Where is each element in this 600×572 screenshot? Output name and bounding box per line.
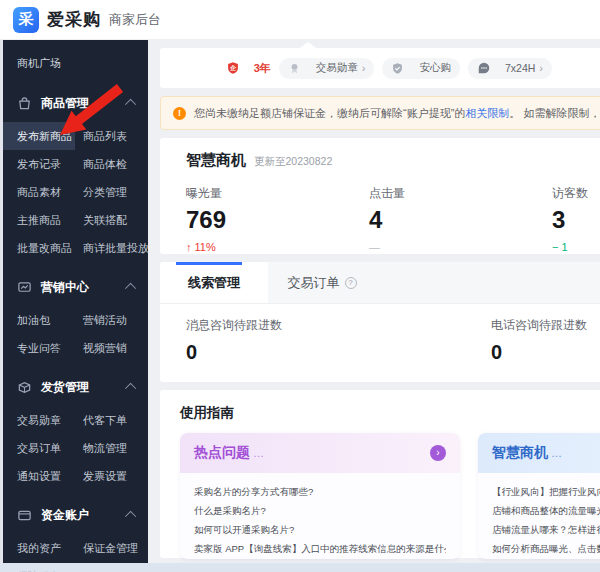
notice-link[interactable]: 相关限制 (465, 107, 509, 119)
guide-question-link[interactable]: 什么是采购名片? (194, 501, 446, 520)
app-logo-icon: 采 (13, 7, 39, 33)
sidebar-item[interactable]: 加油包 (17, 306, 83, 334)
leads-stats: 消息咨询待跟进数0电话咨询待跟进数0 (160, 304, 600, 375)
tab-leads-management[interactable]: 线索管理 (160, 262, 268, 303)
portal-name: 商家后台 (109, 11, 161, 29)
stat-value: 3 (552, 208, 600, 232)
sidebar-item[interactable]: 商品列表 (83, 122, 149, 150)
notice-text: 您尚未缴纳足额店铺保证金，缴纳后可解除“账户提现”的相关限制。 如需解除限制，请… (194, 106, 600, 121)
sidebar-group-label: 发货管理 (41, 379, 128, 396)
lead-stat-value: 0 (186, 342, 491, 362)
guide-question-link[interactable]: 店铺流量从哪来？怎样进行 (492, 520, 600, 539)
stat-label: 访客数 (552, 185, 600, 202)
stat-访客数: 访客数3− 1 (552, 185, 600, 253)
shop-age-badge[interactable]: 企3年 (226, 61, 271, 76)
stat-value: 769 (186, 208, 369, 232)
top-bar: 采 爱采购 商家后台 (0, 0, 600, 40)
sidebar-item[interactable]: 专业问答 (17, 334, 83, 362)
sidebar-group-items: 我的资产保证金管理保障服务 (3, 532, 148, 572)
medal-icon (288, 61, 303, 76)
main-content: 企3年交易勋章›安心购7x24H› ! 您尚未缴纳足额店铺保证金，缴纳后可解除“… (148, 40, 600, 563)
trade-medal-badge[interactable]: 交易勋章› (279, 58, 375, 79)
leads-card: 线索管理 交易订单 ? 消息咨询待跟进数0电话咨询待跟进数0 (160, 262, 600, 382)
usage-guide-title: 使用指南 (180, 404, 600, 422)
sidebar-item[interactable]: 分类管理 (83, 178, 149, 206)
sidebar-item[interactable]: 物流管理 (83, 434, 148, 462)
stat-delta: — (369, 241, 552, 253)
sidebar-item[interactable]: 保障服务 (17, 562, 83, 572)
sidebar-group-header-3[interactable]: 资金账户 (3, 498, 148, 532)
arrow-circle-icon[interactable]: › (430, 445, 446, 461)
bag-icon (17, 96, 32, 111)
sidebar-item[interactable]: 批量改商品 (17, 234, 83, 262)
sidebar-item[interactable]: 发票设置 (83, 462, 148, 490)
sidebar-item[interactable]: 交易订单 (17, 434, 83, 462)
guide-question-link[interactable]: 店铺和商品整体的流量曝光 (492, 501, 600, 520)
service-badge[interactable]: 7x24H› (468, 58, 552, 79)
badge-label: 3年 (254, 61, 271, 76)
sidebar-group-items: 加油包营销活动专业问答视频营销 (3, 304, 148, 364)
chevron-right-icon: › (539, 62, 543, 74)
sidebar-item[interactable]: 代客下单 (83, 406, 148, 434)
sidebar-group-header-1[interactable]: 营销中心 (3, 270, 148, 304)
badge-label: 7x24H (505, 62, 535, 74)
deposit-notice-bar: ! 您尚未缴纳足额店铺保证金，缴纳后可解除“账户提现”的相关限制。 如需解除限制… (160, 96, 600, 130)
smart-business-updated: 更新至20230822 (254, 155, 332, 169)
lead-stat-label: 电话咨询待跟进数 (491, 317, 600, 334)
sidebar-item[interactable]: 发布新商品 (3, 122, 75, 150)
guide-question-link[interactable]: 如何分析商品曝光、点击数 (492, 539, 600, 558)
stat-delta: ↑ 11% (186, 241, 369, 253)
sidebar-item[interactable]: 营销活动 (83, 306, 148, 334)
sidebar-item[interactable]: 通知设置 (17, 462, 83, 490)
brand-name: 爱采购 (47, 8, 101, 31)
sidebar-item[interactable]: 商品体检 (83, 150, 149, 178)
sidebar-item[interactable]: 我的资产 (17, 534, 83, 562)
guide-card-title: 热点问题 (194, 444, 250, 462)
tab-trade-orders[interactable]: 交易订单 ? (268, 262, 376, 303)
sidebar-group-items: 发布新商品商品列表发布记录商品体检商品素材分类管理主推商品关联搭配批量改商品商详… (3, 120, 148, 264)
tab-label: 交易订单 (288, 274, 340, 292)
sidebar-item[interactable]: 发布记录 (17, 150, 83, 178)
guide-card-header: 智慧商机… (478, 433, 600, 473)
sidebar-item[interactable]: 主推商品 (17, 206, 83, 234)
sidebar-groups: 商品管理发布新商品商品列表发布记录商品体检商品素材分类管理主推商品关联搭配批量改… (3, 86, 148, 572)
guide-question-link[interactable]: 【行业风向】把握行业风向 (492, 482, 600, 501)
guide-card-title: 智慧商机 (492, 444, 548, 462)
sidebar-item[interactable]: 保证金管理 (83, 534, 148, 562)
lead-stat: 消息咨询待跟进数0 (186, 317, 491, 362)
sidebar-item[interactable]: 视频营销 (83, 334, 148, 362)
sidebar-group-items: 交易勋章代客下单交易订单物流管理通知设置发票设置 (3, 404, 148, 492)
shield-red-icon: 企 (226, 61, 241, 76)
stat-label: 曝光量 (186, 185, 369, 202)
guide-question-link[interactable]: 如何可以开通采购名片? (194, 520, 446, 539)
svg-text:企: 企 (229, 64, 237, 71)
sidebar-item[interactable]: 商品素材 (17, 178, 83, 206)
badge-label: 安心购 (419, 61, 451, 75)
sidebar-item[interactable]: 商详批量投放 (83, 234, 149, 262)
sidebar-group-label: 资金账户 (41, 507, 128, 524)
guide-card-1: 智慧商机…【行业风向】把握行业风向店铺和商品整体的流量曝光店铺流量从哪来？怎样进… (478, 433, 600, 559)
sidebar-group-label: 营销中心 (41, 279, 128, 296)
tab-label: 线索管理 (188, 274, 240, 292)
sidebar-group-header-2[interactable]: 发货管理 (3, 370, 148, 404)
alert-icon: ! (173, 107, 186, 120)
lead-stat-value: 0 (491, 342, 600, 362)
lead-stat: 电话咨询待跟进数0 (491, 317, 600, 362)
wallet-icon (17, 508, 32, 523)
guide-question-link[interactable]: 卖家版 APP【询盘线索】入口中的推荐线索信息的来源是什么? (194, 539, 446, 558)
ellipsis-icon: … (253, 447, 264, 459)
smart-business-title: 智慧商机 (186, 151, 246, 170)
shop-badge-card: 企3年交易勋章›安心购7x24H› (160, 48, 600, 88)
stat-点击量: 点击量4— (369, 185, 552, 253)
assurance-badge[interactable]: 安心购 (382, 58, 460, 79)
notice-segment: 您尚未缴纳足额店铺保证金，缴纳后可解除“账户提现”的 (194, 107, 465, 119)
package-icon (17, 380, 32, 395)
leads-tabs: 线索管理 交易订单 ? (160, 262, 600, 304)
sidebar-item[interactable]: 关联搭配 (83, 206, 149, 234)
sidebar-item-business-plaza[interactable]: 商机广场 (3, 46, 148, 80)
guide-question-link[interactable]: 采购名片的分享方式有哪些? (194, 482, 446, 501)
guide-cards: 热点问题…›采购名片的分享方式有哪些?什么是采购名片?如何可以开通采购名片?卖家… (180, 433, 600, 559)
sidebar-group-header-0[interactable]: 商品管理 (3, 86, 148, 120)
sidebar-item[interactable]: 交易勋章 (17, 406, 83, 434)
stat-value: 4 (369, 208, 552, 232)
